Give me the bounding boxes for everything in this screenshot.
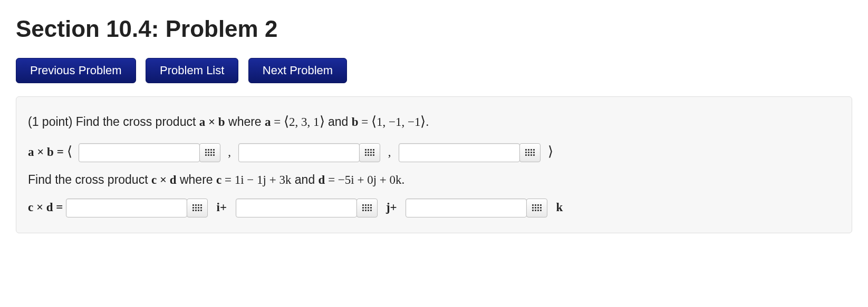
answer-input-axb-1[interactable] [79,143,200,162]
text: where [225,115,265,128]
previous-problem-button[interactable]: Previous Problem [16,58,136,83]
vector-c-value: = 1i − 1j + 3k [221,173,291,186]
problem-list-button[interactable]: Problem List [146,58,238,83]
vector-a-label: a [265,115,271,128]
problem-statement-1: (1 point) Find the cross product a × b w… [28,106,840,136]
vector-a-value: 2, 3, 1 [289,115,320,128]
text: and [325,115,352,128]
j-plus-label: j+ [386,201,397,214]
angle-close: ⟩ [320,114,325,129]
angle-open: ⟨ [371,114,377,129]
answer-row-2: c × d = i+ j+ k [28,194,840,221]
math-cxd: c × d [151,173,177,186]
nav-row: Previous Problem Problem List Next Probl… [16,58,852,83]
angle-close: ⟩ [548,144,553,159]
keypad-icon [205,149,215,156]
period: . [402,173,405,186]
input-group-axb-3 [399,143,541,162]
answer-input-axb-3[interactable] [399,143,520,162]
next-problem-button[interactable]: Next Problem [248,58,347,83]
points-label: (1 point) [28,115,76,128]
axb-equals-label: a × b = [28,145,67,159]
vector-c-label: c [216,173,221,186]
answer-row-1: a × b = ⟨ , , ⟩ [28,136,840,166]
page-title: Section 10.4: Problem 2 [16,16,852,42]
problem-statement-2: Find the cross product c × d where c = 1… [28,166,840,194]
keypad-icon [532,204,542,212]
comma: , [228,145,231,159]
keypad-button[interactable] [199,143,220,162]
keypad-button[interactable] [519,143,541,162]
keypad-button[interactable] [526,199,547,217]
text: and [291,173,318,186]
vector-d-value: = −5i + 0j + 0k [325,173,401,186]
comma: , [388,145,391,159]
i-plus-label: i+ [217,201,227,214]
vector-b-label: b [352,115,359,128]
angle-open: ⟨ [284,114,289,129]
equals: = [359,115,371,128]
answer-input-cxd-i[interactable] [66,199,187,217]
equals: = [271,115,284,128]
keypad-button[interactable] [187,199,208,217]
period: . [426,115,429,128]
text: Find the cross product [76,115,199,128]
vector-d-label: d [319,173,325,186]
input-group-cxd-j [236,199,378,217]
math-axb: a × b [199,115,225,128]
k-label: k [556,201,563,214]
cxd-equals-label: c × d = [28,201,66,214]
angle-close: ⟩ [420,114,426,129]
problem-box: (1 point) Find the cross product a × b w… [16,96,852,233]
keypad-icon [192,204,202,212]
keypad-icon [525,149,535,156]
text: Find the cross product [28,173,151,186]
answer-input-axb-2[interactable] [238,143,360,162]
keypad-icon [365,149,374,156]
answer-input-cxd-k[interactable] [406,199,527,217]
input-group-axb-1 [79,143,220,162]
vector-b-value: 1, −1, −1 [377,115,420,128]
input-group-axb-2 [238,143,380,162]
input-group-cxd-i [66,199,208,217]
angle-open: ⟨ [67,144,72,159]
answer-input-cxd-j[interactable] [236,199,357,217]
text: where [177,173,216,186]
input-group-cxd-k [406,199,547,217]
keypad-button[interactable] [359,143,380,162]
keypad-button[interactable] [356,199,378,217]
keypad-icon [362,204,372,212]
